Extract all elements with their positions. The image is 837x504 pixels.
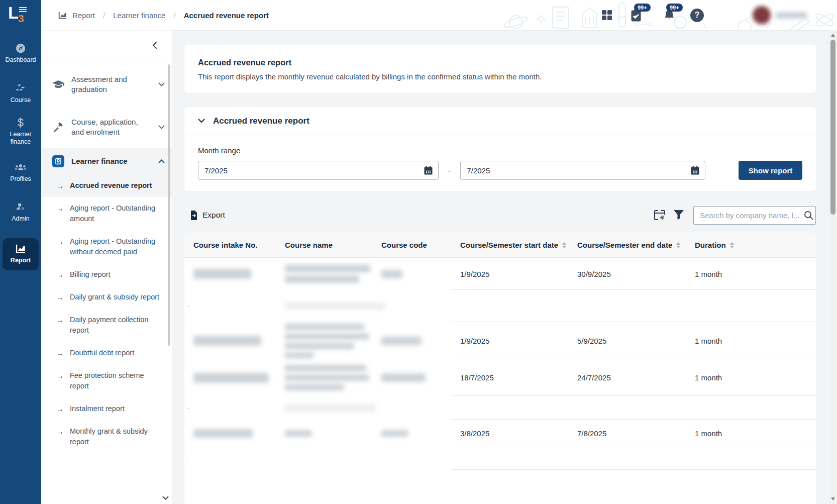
sidebar-report-link[interactable]: →Instalment report (41, 397, 172, 420)
redacted-text-blob (285, 384, 344, 390)
sidebar-item-learner-finance[interactable]: Learner finance (0, 117, 41, 146)
column-header-label: Course/Semester end date (577, 241, 672, 249)
table-cell-duration (686, 396, 816, 420)
calendar-icon[interactable] (424, 166, 433, 175)
column-header[interactable]: Course/Semester end date (568, 241, 686, 249)
chevron-down-icon (198, 119, 205, 123)
report-link-label: Aging report - Outstanding without deeme… (70, 236, 160, 257)
export-icon (189, 211, 198, 220)
month-to-input[interactable] (461, 166, 705, 175)
table-cell-name (276, 396, 372, 420)
show-report-button[interactable]: Show report (739, 161, 802, 180)
month-range-label: Month range (198, 146, 802, 155)
calendar-icon[interactable] (691, 166, 699, 175)
export-label: Export (202, 211, 225, 220)
menu-section-label: Learner finance (71, 156, 151, 166)
redacted-text-blob (381, 337, 422, 345)
column-settings-button[interactable] (654, 210, 665, 220)
filter-panel-header[interactable]: Accrued revenue report (184, 107, 816, 135)
table-cell-intake (184, 290, 276, 322)
table-cell-code (372, 447, 451, 470)
arrow-right-icon: → (56, 180, 64, 191)
redacted-text-blob (285, 303, 385, 310)
sidebar-scroll-down-icon[interactable] (162, 496, 169, 500)
arrow-right-icon: → (56, 269, 64, 280)
sidebar-item-label: Profiles (10, 175, 31, 183)
table-row[interactable]: 1/9/20255/9/20251 month (184, 322, 816, 359)
top-bar: Report / Learner finance / Accrued reven… (41, 0, 837, 30)
table-header-row: Course intake No.Course nameCourse codeC… (184, 233, 816, 258)
help-button[interactable]: ? (690, 0, 704, 30)
arrow-right-icon: → (56, 236, 64, 247)
table-cell-start: 3/8/2025 (451, 420, 568, 447)
report-link-label: Accrued revenue report (70, 180, 152, 191)
app-logo[interactable]: L 3 (0, 0, 41, 30)
chevron-down-icon (158, 125, 165, 129)
column-header[interactable]: Duration (686, 241, 816, 249)
table-row[interactable]: 3/8/20257/8/20251 month (184, 420, 816, 447)
table-cell-code (372, 258, 451, 290)
sidebar-item-admin[interactable]: Admin (0, 201, 41, 223)
page-description: This report displays the monthly revenue… (198, 72, 802, 81)
redacted-text-blob (285, 333, 369, 340)
table-row[interactable]: 18/7/202524/7/20251 month (184, 359, 816, 396)
table-cell-start: 1/9/2025 (451, 322, 568, 359)
report-link-label: Fee protection scheme report (70, 370, 160, 391)
menu-section-assessment[interactable]: Assessment and graduation (41, 63, 172, 106)
sidebar-scrollbar[interactable] (168, 64, 170, 346)
table-cell-duration (686, 290, 816, 322)
sidebar-report-link[interactable]: →Daily grant & subsidy report (41, 286, 172, 309)
sidebar-report-link[interactable]: →Accrued revenue report (41, 174, 172, 197)
sidebar-report-link[interactable]: →Fee protection scheme report (41, 364, 172, 397)
breadcrumb-report[interactable]: Report (58, 11, 95, 20)
chevron-left-icon[interactable] (152, 41, 158, 49)
table-cell-end: 24/7/2025 (568, 359, 686, 396)
page-title: Accrued revenue report (198, 58, 802, 67)
table-spacer-row: - (184, 447, 816, 470)
sidebar-report-link[interactable]: →Monthly grant & subsidy report (41, 420, 172, 453)
menu-section-learner-finance[interactable]: Learner finance (41, 148, 172, 174)
breadcrumb-separator: / (173, 11, 175, 20)
sort-icon[interactable] (730, 242, 734, 248)
sidebar-report-link[interactable]: →Daily payment collection report (41, 309, 172, 342)
arrow-right-icon: → (56, 370, 64, 381)
table-cell-name (276, 322, 372, 359)
table-cell-duration: 1 month (686, 322, 816, 359)
sort-icon[interactable] (562, 242, 566, 248)
table-cell-start (451, 447, 568, 470)
question-mark-icon: ? (690, 9, 704, 22)
scroll-up-arrow-icon[interactable] (831, 34, 835, 37)
table-cell-end (568, 290, 686, 322)
sidebar-report-link[interactable]: →Aging report - Outstanding amount (41, 197, 172, 230)
sidebar-item-label: Admin (12, 215, 29, 223)
apps-grid-button[interactable] (601, 0, 612, 30)
sidebar-item-dashboard[interactable]: Dashboard (0, 43, 41, 64)
column-header[interactable]: Course/Semester start date (451, 241, 568, 249)
primary-sidebar: L 3 Dashboard Course Learner finance (0, 0, 41, 504)
redacted-text-blob (193, 336, 261, 346)
sidebar-report-link[interactable]: →Aging report - Outstanding without deem… (41, 230, 172, 263)
search-input[interactable] (694, 211, 804, 220)
month-from-input[interactable] (198, 166, 438, 175)
avatar (753, 6, 771, 24)
scroll-down-arrow-icon[interactable] (831, 497, 835, 500)
sidebar-item-report[interactable]: Report (3, 238, 39, 270)
filter-button[interactable] (674, 210, 684, 220)
table-cell-name (276, 290, 372, 322)
user-menu[interactable] (753, 5, 816, 26)
sort-icon[interactable] (676, 242, 680, 248)
sidebar-report-link[interactable]: →Billing report (41, 263, 172, 286)
menu-section-course-application[interactable]: Course, application, and enrolment (41, 106, 172, 149)
sidebar-item-course[interactable]: Course (0, 83, 41, 104)
table-cell-intake (184, 359, 276, 396)
export-button[interactable]: Export (189, 211, 225, 220)
sidebar-item-profiles[interactable]: Profiles (0, 162, 41, 183)
scrollbar-thumb[interactable] (830, 40, 835, 215)
page-scrollbar[interactable] (829, 30, 837, 504)
sidebar-report-link[interactable]: →Doubtful debt report (41, 342, 172, 364)
table-cell-duration: 1 month (686, 420, 816, 447)
search-icon[interactable] (804, 211, 813, 220)
breadcrumb-learner-finance[interactable]: Learner finance (113, 11, 165, 20)
table-row[interactable]: 1/9/202530/9/20251 month (184, 258, 816, 290)
sidebar-item-label: Dashboard (5, 56, 36, 64)
